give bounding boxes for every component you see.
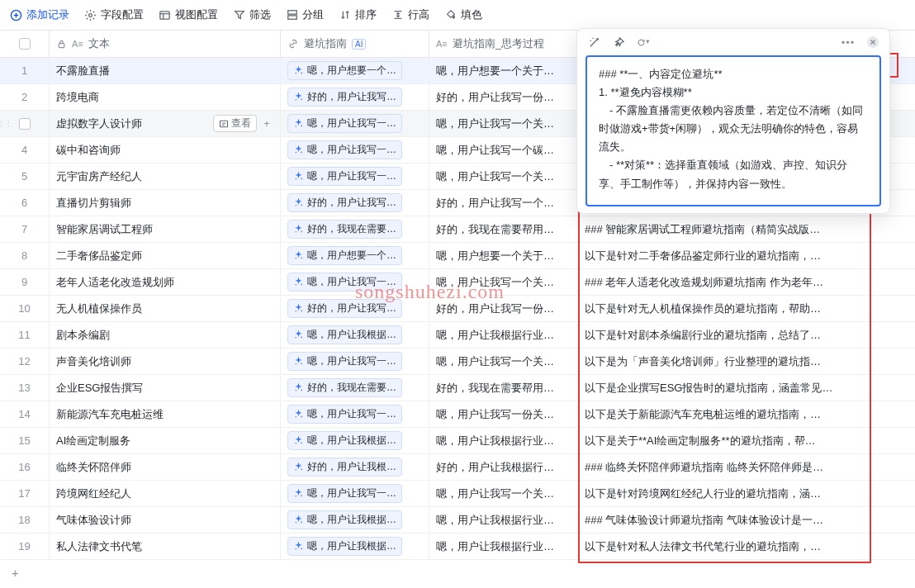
fill-button[interactable]: 填色 [444, 7, 482, 22]
guide-cell[interactable]: 嗯，用户让我写一… [281, 111, 429, 136]
detail-cell[interactable]: 以下是针对无人机植保操作员的避坑指南，帮助… [578, 296, 865, 321]
row-height-button[interactable]: 行高 [391, 7, 429, 22]
index-cell[interactable]: 9 [0, 269, 50, 295]
guide-cell[interactable]: 好的，用户让我根… [281, 454, 429, 480]
table-row[interactable]: 16临终关怀陪伴师好的，用户让我根…好的，用户让我根据行…### 临终关怀陪伴师… [0, 454, 915, 481]
guide-cell[interactable]: 嗯，用户让我根据… [281, 507, 429, 533]
guide-cell[interactable]: 嗯，用户让我写一… [281, 137, 429, 163]
text-cell[interactable]: 声音美化培训师 [50, 349, 281, 374]
guide-chip[interactable]: 嗯，用户让我根据… [287, 510, 402, 529]
guide-chip[interactable]: 嗯，用户让我写一… [287, 484, 402, 503]
magic-wand-icon[interactable] [587, 36, 600, 49]
guide-cell[interactable]: 嗯，用户让我写一… [281, 164, 429, 189]
index-cell[interactable]: 2 [0, 84, 50, 110]
think-cell[interactable]: 嗯，用户让我根据行业… [429, 428, 578, 453]
guide-chip[interactable]: 嗯，用户让我写一… [287, 273, 402, 292]
text-cell[interactable]: 剧本杀编剧 [50, 322, 281, 348]
think-cell[interactable]: 嗯，用户让我根据行业… [429, 322, 578, 348]
detail-cell[interactable]: 以下是针对私人法律文书代笔行业的避坑指南，… [578, 533, 865, 559]
think-cell[interactable]: 嗯，用户想要一个关于… [429, 243, 578, 268]
guide-cell[interactable]: 嗯，用户让我写一… [281, 401, 429, 427]
popup-content[interactable]: ### **一、内容定位避坑** 1. **避免内容模糊** - 不露脸直播需更… [586, 55, 881, 206]
text-cell[interactable]: 临终关怀陪伴师 [50, 454, 281, 480]
guide-chip[interactable]: 好的，用户让我写… [287, 299, 402, 318]
guide-chip[interactable]: 嗯，用户让我写一… [287, 352, 402, 371]
header-think[interactable]: A≡ 避坑指南_思考过程 [429, 31, 578, 57]
table-row[interactable]: 14新能源汽车充电桩运维嗯，用户让我写一…嗯，用户让我写一份关…以下是关于新能源… [0, 401, 915, 428]
header-text[interactable]: A≡ 文本 [50, 31, 281, 57]
think-cell[interactable]: 好的，用户让我写一个… [429, 190, 578, 216]
guide-cell[interactable]: 好的，用户让我写… [281, 296, 429, 321]
think-cell[interactable]: 嗯，用户想要一个关于… [429, 58, 578, 83]
text-cell[interactable]: 元宇宙房产经纪人 [50, 164, 281, 189]
think-cell[interactable]: 好的，用户让我写一份… [429, 84, 578, 110]
index-cell[interactable]: 13 [0, 375, 50, 401]
text-cell[interactable]: 企业ESG报告撰写 [50, 375, 281, 401]
table-row[interactable]: 11剧本杀编剧嗯，用户让我根据…嗯，用户让我根据行业…以下是针对剧本杀编剧行业的… [0, 322, 915, 349]
think-cell[interactable]: 嗯，用户让我根据行业… [429, 533, 578, 559]
guide-chip[interactable]: 嗯，用户让我写一… [287, 114, 402, 133]
table-row[interactable]: 8二手奢侈品鉴定师嗯，用户想要一个…嗯，用户想要一个关于…以下是针对二手奢侈品鉴… [0, 243, 915, 269]
text-cell[interactable]: 跨境电商 [50, 84, 281, 110]
guide-chip[interactable]: 好的，用户让我写… [287, 193, 402, 212]
think-cell[interactable]: 嗯，用户让我写一个碳… [429, 137, 578, 163]
index-cell[interactable]: 15 [0, 428, 50, 453]
think-cell[interactable]: 嗯，用户让我写一个关… [429, 481, 578, 506]
row-checkbox[interactable] [19, 118, 31, 130]
guide-cell[interactable]: 好的，用户让我写… [281, 190, 429, 216]
add-row-button[interactable]: + [0, 560, 915, 585]
index-cell[interactable]: 17 [0, 481, 50, 506]
guide-chip[interactable]: 嗯，用户想要一个… [287, 61, 402, 80]
pin-icon[interactable] [612, 36, 625, 49]
view-config-button[interactable]: 视图配置 [159, 7, 218, 22]
text-cell[interactable]: 不露脸直播 [50, 58, 281, 83]
view-button[interactable]: 查看 [213, 115, 257, 132]
text-cell[interactable]: 虚拟数字人设计师查看+ [50, 111, 281, 136]
text-cell[interactable]: 跨境网红经纪人 [50, 481, 281, 506]
table-row[interactable]: 19私人法律文书代笔嗯，用户让我根据…嗯，用户让我根据行业…以下是针对私人法律文… [0, 533, 915, 560]
index-cell[interactable]: 11 [0, 322, 50, 348]
guide-cell[interactable]: 嗯，用户想要一个… [281, 243, 429, 268]
table-row[interactable]: 7智能家居调试工程师好的，我现在需要…好的，我现在需要帮用…### 智能家居调试… [0, 216, 915, 243]
header-guide[interactable]: 避坑指南 AI [281, 31, 429, 57]
text-cell[interactable]: AI绘画定制服务 [50, 428, 281, 453]
text-cell[interactable]: 气味体验设计师 [50, 507, 281, 533]
guide-cell[interactable]: 嗯，用户让我写一… [281, 349, 429, 374]
guide-chip[interactable]: 嗯，用户让我根据… [287, 537, 402, 556]
text-cell[interactable]: 直播切片剪辑师 [50, 190, 281, 216]
detail-cell[interactable]: 以下是关于**AI绘画定制服务**的避坑指南，帮… [578, 428, 865, 453]
table-row[interactable]: 13企业ESG报告撰写好的，我现在需要…好的，我现在需要帮用…以下是企业撰写ES… [0, 375, 915, 401]
guide-cell[interactable]: 嗯，用户让我根据… [281, 428, 429, 453]
table-row[interactable]: 17跨境网红经纪人嗯，用户让我写一…嗯，用户让我写一个关…以下是针对跨境网红经纪… [0, 481, 915, 507]
guide-chip[interactable]: 好的，用户让我写… [287, 88, 402, 107]
refresh-icon[interactable]: ▾ [637, 36, 650, 49]
think-cell[interactable]: 好的，用户让我写一份… [429, 296, 578, 321]
detail-cell[interactable]: 以下是针对二手奢侈品鉴定师行业的避坑指南，… [578, 243, 865, 268]
detail-cell[interactable]: ### 老年人适老化改造规划师避坑指南 作为老年… [578, 269, 865, 295]
index-cell[interactable]: ⋮⋮ [0, 111, 50, 136]
index-cell[interactable]: 10 [0, 296, 50, 321]
table-row[interactable]: 12声音美化培训师嗯，用户让我写一…嗯，用户让我写一个关…以下是为「声音美化培训… [0, 349, 915, 375]
think-cell[interactable]: 好的，我现在需要帮用… [429, 375, 578, 401]
table-row[interactable]: 18气味体验设计师嗯，用户让我根据…嗯，用户让我根据行业…### 气味体验设计师… [0, 507, 915, 533]
guide-chip[interactable]: 嗯，用户让我写一… [287, 167, 402, 186]
think-cell[interactable]: 嗯，用户让我写一个关… [429, 269, 578, 295]
text-cell[interactable]: 无人机植保操作员 [50, 296, 281, 321]
text-cell[interactable]: 智能家居调试工程师 [50, 216, 281, 242]
index-cell[interactable]: 12 [0, 349, 50, 374]
index-cell[interactable]: 6 [0, 190, 50, 216]
detail-cell[interactable]: 以下是为「声音美化培训师」行业整理的避坑指… [578, 349, 865, 374]
detail-cell[interactable]: ### 气味体验设计师避坑指南 气味体验设计是一… [578, 507, 865, 533]
think-cell[interactable]: 嗯，用户让我写一个关… [429, 111, 578, 136]
detail-cell[interactable]: ### 智能家居调试工程师避坑指南（精简实战版… [578, 216, 865, 242]
guide-cell[interactable]: 嗯，用户让我根据… [281, 322, 429, 348]
guide-cell[interactable]: 嗯，用户让我写一… [281, 269, 429, 295]
guide-chip[interactable]: 好的，我现在需要… [287, 378, 402, 397]
guide-chip[interactable]: 好的，我现在需要… [287, 220, 402, 239]
text-cell[interactable]: 新能源汽车充电桩运维 [50, 401, 281, 427]
guide-cell[interactable]: 嗯，用户想要一个… [281, 58, 429, 83]
table-row[interactable]: 9老年人适老化改造规划师嗯，用户让我写一…嗯，用户让我写一个关…### 老年人适… [0, 269, 915, 296]
index-cell[interactable]: 16 [0, 454, 50, 480]
guide-cell[interactable]: 嗯，用户让我根据… [281, 533, 429, 559]
select-all-checkbox[interactable] [19, 38, 31, 50]
